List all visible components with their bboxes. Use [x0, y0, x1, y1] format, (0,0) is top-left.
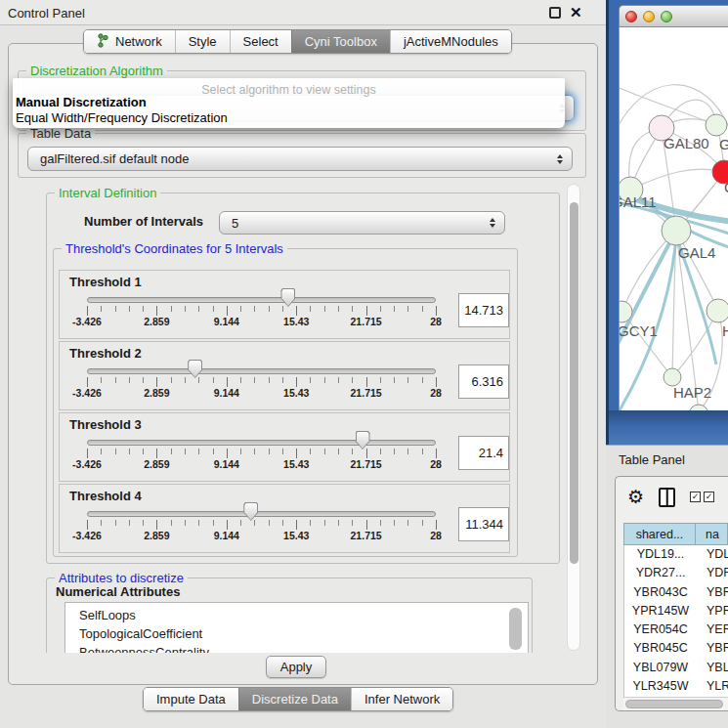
- checkbox-icon-1[interactable]: ✓: [690, 492, 701, 502]
- table-header-row: shared... na: [623, 523, 728, 545]
- tick-marks-major: [87, 520, 437, 530]
- column-header-shared-name[interactable]: shared...: [623, 523, 696, 545]
- tab-style[interactable]: Style: [175, 30, 230, 53]
- table-row[interactable]: YER054CYER0...: [624, 621, 728, 639]
- zoom-traffic-light[interactable]: [661, 11, 672, 22]
- tick-label: 28: [430, 316, 442, 327]
- tab-infer-network[interactable]: Infer Network: [351, 688, 452, 710]
- network-node-label: GAL4: [678, 244, 715, 261]
- tick-label: -3.426: [72, 458, 102, 470]
- table-cell[interactable]: YPR145W: [624, 602, 697, 621]
- gear-icon[interactable]: ⚙: [627, 487, 644, 506]
- checkbox-icon-2[interactable]: ✓: [704, 492, 714, 502]
- threshold-2-slider-thumb[interactable]: [188, 360, 202, 378]
- table-cell[interactable]: YDL1...: [697, 545, 728, 564]
- tab-discretize-data[interactable]: Discretize Data: [238, 688, 351, 710]
- tab-style-label: Style: [189, 34, 217, 49]
- network-node[interactable]: [689, 405, 708, 410]
- tab-impute-data[interactable]: Impute Data: [144, 688, 238, 710]
- table-cell[interactable]: YER0...: [697, 621, 728, 639]
- tab-cyni-toolbox-label: Cyni Toolbox: [305, 34, 377, 49]
- threshold-4-value-field[interactable]: 11.344: [458, 507, 509, 541]
- column-header-name[interactable]: na: [696, 523, 728, 545]
- popup-item-equal-width[interactable]: Equal Width/Frequency Discretization: [16, 110, 228, 125]
- settings-scrollbar-thumb[interactable]: [570, 202, 578, 564]
- split-columns-icon[interactable]: [659, 488, 675, 507]
- table-row[interactable]: YLR345WYLR3...: [624, 677, 728, 696]
- interval-group-title: Interval Definition: [55, 186, 160, 200]
- table-cell[interactable]: YER054C: [624, 621, 697, 639]
- threshold-1-value-field[interactable]: 14.713: [458, 293, 509, 327]
- table-cell[interactable]: YBR043C: [624, 583, 697, 602]
- threshold-2-value-field[interactable]: 6.316: [458, 364, 509, 399]
- number-of-intervals-combobox[interactable]: 5: [219, 211, 505, 235]
- tick-label: -3.426: [72, 530, 102, 541]
- threshold-4-box: Threshold 4 -3.4262.8599.14415.4321.7152…: [59, 484, 510, 553]
- threshold-1-slider-track[interactable]: [87, 297, 436, 303]
- float-window-icon[interactable]: [549, 7, 561, 19]
- table-row[interactable]: YBL079WYBL0...: [624, 659, 728, 677]
- minimize-traffic-light[interactable]: [643, 11, 655, 22]
- tick-label: 15.43: [283, 316, 309, 327]
- network-node-label: GA: [719, 136, 728, 152]
- tick-label: 21.715: [351, 458, 382, 470]
- table-row[interactable]: YBR043CYBR0...: [624, 583, 728, 602]
- attribute-item[interactable]: SelfLoops: [65, 606, 528, 624]
- network-node[interactable]: [706, 114, 727, 136]
- tab-network[interactable]: Network: [84, 30, 175, 53]
- table-hscrollbar-track[interactable]: [623, 697, 728, 710]
- table-cell[interactable]: YDL19...: [624, 545, 697, 564]
- close-traffic-light[interactable]: [625, 11, 637, 22]
- cyni-mode-tabs: Impute Data Discretize Data Infer Networ…: [143, 687, 453, 711]
- network-node[interactable]: [662, 216, 691, 245]
- threshold-2-slider-track[interactable]: [87, 368, 436, 374]
- tab-jactivemnodules[interactable]: jActiveMNodules: [390, 30, 511, 53]
- number-of-intervals-value: 5: [232, 216, 238, 231]
- tick-label-row: -3.4262.8599.14415.4321.71528: [87, 458, 437, 471]
- threshold-3-value-field[interactable]: 21.4: [458, 436, 509, 470]
- threshold-4-slider-track[interactable]: [87, 511, 436, 517]
- tick-label: 9.144: [214, 387, 239, 399]
- table-data-combobox[interactable]: galFiltered.sif default node: [27, 147, 573, 171]
- threshold-3-box: Threshold 3 -3.4262.8599.14415.4321.7152…: [59, 412, 510, 482]
- tick-label: 15.43: [283, 530, 309, 541]
- combo-stepper-icon: [490, 218, 495, 228]
- tab-select[interactable]: Select: [230, 30, 291, 53]
- attributes-list-scrollbar[interactable]: [509, 608, 522, 650]
- table-cell[interactable]: YDR2...: [697, 564, 728, 582]
- network-canvas[interactable]: GAL80GACGAL11GAL4GCY1HHAP2: [619, 27, 728, 410]
- table-row[interactable]: YDL19...YDL1...: [624, 545, 728, 564]
- table-hscrollbar-thumb[interactable]: [625, 700, 723, 708]
- table-cell[interactable]: YBL0...: [697, 659, 728, 677]
- table-row[interactable]: YDR27...YDR2...: [624, 564, 728, 582]
- table-cell[interactable]: YBR045C: [624, 639, 697, 658]
- attribute-item[interactable]: TopologicalCoefficient: [65, 624, 528, 643]
- network-node[interactable]: [707, 299, 728, 322]
- threshold-1-slider-thumb[interactable]: [280, 288, 295, 307]
- settings-scrollbar-track[interactable]: [567, 184, 580, 651]
- table-cell[interactable]: YDR27...: [624, 564, 697, 582]
- apply-button[interactable]: Apply: [266, 656, 326, 678]
- table-cell[interactable]: YPR1...: [697, 602, 728, 621]
- combo-stepper-icon: [557, 154, 563, 164]
- threshold-3-slider-track[interactable]: [87, 440, 436, 446]
- tab-cyni-toolbox[interactable]: Cyni Toolbox: [291, 30, 390, 53]
- table-cell[interactable]: YLR345W: [624, 677, 697, 696]
- tick-label: 2.859: [144, 316, 169, 327]
- threshold-4-slider-thumb[interactable]: [243, 502, 258, 521]
- table-row[interactable]: YBR045CYBR0...: [624, 639, 728, 658]
- threshold-3-slider-thumb[interactable]: [356, 431, 370, 450]
- tick-marks-major: [87, 449, 437, 458]
- attribute-item[interactable]: BetweennessCentrality: [65, 643, 528, 653]
- tab-infer-network-label: Infer Network: [364, 692, 440, 707]
- table-cell[interactable]: YLR3...: [697, 677, 728, 696]
- table-cell[interactable]: YBR0...: [697, 639, 728, 658]
- tick-label: -3.426: [72, 387, 102, 399]
- table-row[interactable]: YPR145WYPR1...: [624, 602, 728, 621]
- table-cell[interactable]: YBL079W: [624, 659, 697, 677]
- numerical-attributes-list: SelfLoopsTopologicalCoefficientBetweenne…: [64, 602, 529, 653]
- popup-item-manual-discretization[interactable]: Manual Discretization: [16, 95, 147, 109]
- table-cell[interactable]: YBR0...: [697, 583, 728, 602]
- close-icon[interactable]: ✕: [570, 4, 582, 21]
- tab-select-label: Select: [243, 34, 278, 49]
